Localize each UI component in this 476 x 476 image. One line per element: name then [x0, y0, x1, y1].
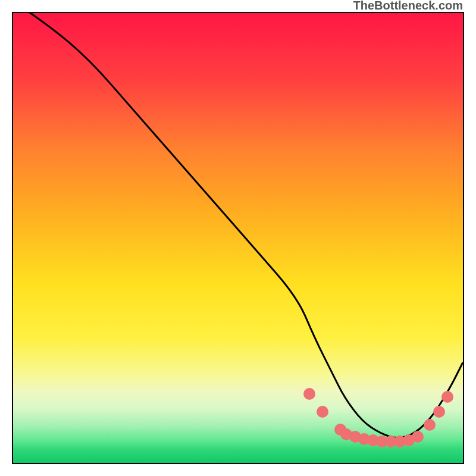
- highlight-marker: [412, 431, 424, 443]
- highlight-marker: [441, 391, 453, 403]
- highlight-marker: [303, 388, 315, 400]
- highlight-marker: [433, 406, 445, 418]
- watermark-text: TheBottleneck.com: [353, 0, 463, 12]
- highlight-marker: [424, 419, 436, 431]
- plot-area: [12, 12, 464, 464]
- highlight-marker: [317, 406, 328, 418]
- chart-container: TheBottleneck.com: [0, 0, 476, 476]
- bottleneck-curve: [13, 13, 463, 463]
